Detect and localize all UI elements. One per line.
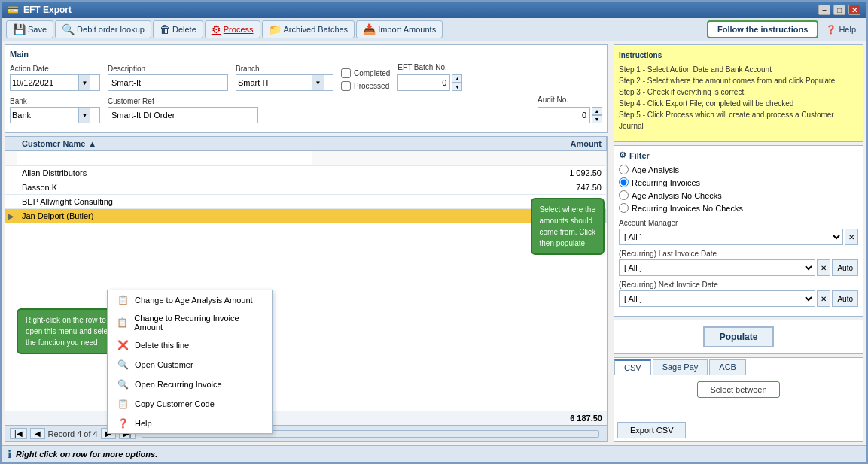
archived-batches-button[interactable]: 📁 Archived Batches xyxy=(262,20,355,38)
eft-batch-up[interactable]: ▲ xyxy=(452,74,462,83)
form-row-1: Action Date ▼ Description Branch xyxy=(10,63,602,91)
col-customer-name[interactable]: Customer Name ▲ xyxy=(17,137,531,150)
bank-input[interactable] xyxy=(11,111,78,120)
filter-row xyxy=(5,151,607,166)
radio-recurring-no-checks-label: Recurring Invoices No Checks xyxy=(632,204,743,213)
action-date-input[interactable] xyxy=(11,78,78,87)
processed-checkbox[interactable] xyxy=(341,81,351,91)
radio-age-no-checks[interactable]: Age Analysis No Checks xyxy=(619,190,858,200)
follow-instructions-button[interactable]: Follow the instructions xyxy=(707,20,818,38)
tab-csv[interactable]: CSV xyxy=(614,359,651,375)
table-row[interactable]: Basson K 747.50 xyxy=(5,180,607,195)
table-row[interactable]: Allan Disttributors 1 092.50 xyxy=(5,166,607,180)
action-date-arrow[interactable]: ▼ xyxy=(78,75,90,90)
minimize-button[interactable]: – xyxy=(818,5,830,15)
audit-input[interactable] xyxy=(538,107,590,123)
radio-age-analysis[interactable]: Age Analysis xyxy=(619,165,858,174)
instructions-title: Instructions xyxy=(619,50,858,61)
table-row[interactable]: BEP Allwright Consulting 747.50 xyxy=(5,195,607,209)
customer-name-cell: Jan Delport (Butler) xyxy=(17,209,531,223)
filter-customer-input[interactable] xyxy=(17,151,312,165)
branch-select[interactable]: ▼ xyxy=(236,74,333,91)
description-input[interactable] xyxy=(108,74,228,91)
filter-customer[interactable] xyxy=(17,151,312,165)
last-invoice-clear-btn[interactable]: ✕ xyxy=(817,259,830,276)
tab-sage-pay[interactable]: Sage Pay xyxy=(653,359,708,375)
completed-checkbox[interactable] xyxy=(341,68,351,78)
col-amount[interactable]: Amount xyxy=(531,137,607,150)
account-manager-clear-btn[interactable]: ✕ xyxy=(845,229,858,245)
row-indicator xyxy=(5,166,17,180)
total-amount: 6 187.50 xyxy=(570,414,602,423)
customer-ref-input[interactable] xyxy=(108,107,258,123)
radio-age-analysis-input[interactable] xyxy=(619,165,629,174)
tooltip-amounts: Select where theamounts shouldcome from.… xyxy=(531,198,605,255)
import-amounts-button[interactable]: 📥 Import Amounts xyxy=(356,20,443,38)
customer-name-cell: Basson K xyxy=(17,180,531,194)
filter-icon: ⚙ xyxy=(619,150,626,160)
next-invoice-select[interactable]: [ All ] xyxy=(619,290,815,307)
branch-arrow[interactable]: ▼ xyxy=(312,75,324,90)
process-button[interactable]: ⚙ Process xyxy=(205,20,260,38)
context-change-recurring[interactable]: 📋 Change to Recurring Invoice Amount xyxy=(108,310,272,335)
eft-batch-input[interactable] xyxy=(397,74,450,91)
save-button[interactable]: 💾 Save xyxy=(6,20,53,38)
eft-batch-down[interactable]: ▼ xyxy=(452,83,462,91)
instructions-step-3: Step 3 - Check if everything is correct xyxy=(619,86,858,98)
radio-recurring-no-checks-input[interactable] xyxy=(619,203,629,213)
tabs-row: CSV Sage Pay ACB xyxy=(614,358,863,375)
radio-recurring-invoices[interactable]: Recurring Invoices xyxy=(619,177,858,187)
context-copy-code[interactable]: 📋 Copy Customer Code xyxy=(108,394,272,414)
context-help[interactable]: ❓ Help xyxy=(108,414,272,433)
delete-button[interactable]: 🗑 Delete xyxy=(153,20,203,38)
action-date-select[interactable]: ▼ xyxy=(10,74,100,91)
nav-prev-button[interactable]: ◀ xyxy=(30,428,45,439)
bank-select[interactable]: ▼ xyxy=(10,107,100,123)
audit-up[interactable]: ▲ xyxy=(592,107,602,115)
customer-ref-label: Customer Ref xyxy=(108,97,258,105)
context-change-age-analysis[interactable]: 📋 Change to Age Analysis Amount xyxy=(108,290,272,310)
radio-recurring-invoices-input[interactable] xyxy=(619,177,629,187)
branch-input[interactable] xyxy=(236,78,312,87)
radio-age-no-checks-input[interactable] xyxy=(619,190,629,200)
tab-acb[interactable]: ACB xyxy=(709,359,746,375)
debit-order-lookup-button[interactable]: 🔍 Debit order lookup xyxy=(55,20,151,38)
eft-batch-group: EFT Batch No. ▲ ▼ xyxy=(397,63,462,91)
context-delete-line[interactable]: ❌ Delete this line xyxy=(108,335,272,355)
audit-down[interactable]: ▼ xyxy=(592,115,602,123)
context-menu: 📋 Change to Age Analysis Amount 📋 Change… xyxy=(107,290,273,434)
left-panel: Main Action Date ▼ Description B xyxy=(2,41,611,445)
record-indicator: Record 4 of 4 xyxy=(48,429,98,438)
nav-bar: |◀ ◀ Record 4 of 4 ▶ ▶| xyxy=(5,425,607,441)
select-between-button[interactable]: Select between xyxy=(697,381,779,398)
export-csv-button[interactable]: Export CSV xyxy=(617,422,686,438)
next-invoice-clear-btn[interactable]: ✕ xyxy=(817,290,830,307)
customer-name-cell: Allan Disttributors xyxy=(17,166,531,180)
nav-first-button[interactable]: |◀ xyxy=(10,428,27,439)
next-invoice-auto-btn[interactable]: Auto xyxy=(832,290,858,307)
completed-group: Completed xyxy=(341,68,390,78)
help-button[interactable]: ❓ Help xyxy=(820,23,862,37)
close-button[interactable]: ✕ xyxy=(848,5,860,15)
change-age-icon: 📋 xyxy=(117,294,129,306)
table-row[interactable]: ▶ Jan Delport (Butler) 3 600.00 xyxy=(5,209,607,223)
account-manager-select[interactable]: [ All ] xyxy=(619,229,843,245)
radio-recurring-no-checks[interactable]: Recurring Invoices No Checks xyxy=(619,203,858,213)
branch-label: Branch xyxy=(236,65,333,73)
main-section-title: Main xyxy=(10,50,602,59)
indicator-spacer xyxy=(5,137,17,150)
account-manager-label: Account Manager xyxy=(619,219,858,227)
info-icon: ℹ xyxy=(8,448,11,460)
maximize-button[interactable]: □ xyxy=(833,5,845,15)
last-invoice-auto-btn[interactable]: Auto xyxy=(832,259,858,276)
status-bar: ℹ Right click on row for more options. xyxy=(2,445,866,462)
context-open-customer[interactable]: 🔍 Open Customer xyxy=(108,355,272,375)
last-invoice-label: (Recurring) Last Invoice Date xyxy=(619,250,858,258)
populate-button[interactable]: Populate xyxy=(703,326,775,347)
filter-amount[interactable] xyxy=(312,151,608,165)
main-window: 💳 EFT Export – □ ✕ 💾 Save 🔍 Debit order … xyxy=(0,0,868,464)
debit-order-icon: 🔍 xyxy=(62,23,75,35)
last-invoice-select[interactable]: [ All ] xyxy=(619,259,815,276)
context-open-recurring[interactable]: 🔍 Open Recurring Invoice xyxy=(108,375,272,394)
bank-arrow[interactable]: ▼ xyxy=(78,108,90,123)
